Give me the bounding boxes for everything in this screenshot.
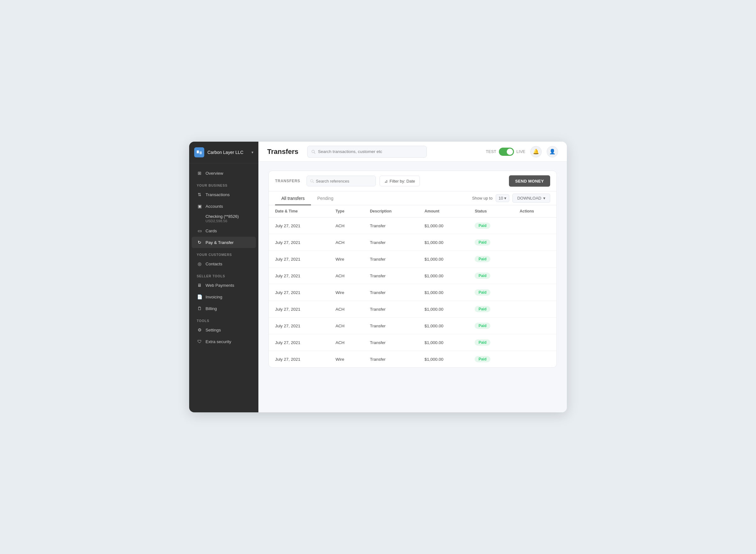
cell-description: Transfer: [363, 334, 418, 351]
cards-icon: ▭: [197, 228, 202, 233]
cell-actions[interactable]: [513, 301, 557, 318]
status-badge: Paid: [475, 323, 490, 329]
global-search-box[interactable]: [307, 146, 427, 158]
cell-actions[interactable]: [513, 351, 557, 368]
cell-date: July 27, 2021: [269, 351, 329, 368]
filter-icon: ⊿: [384, 179, 388, 183]
cell-type: Wire: [329, 251, 363, 268]
sidebar-item-transactions-label: Transactions: [206, 192, 230, 197]
company-name: Carbon Layer LLC: [208, 150, 251, 155]
invoicing-icon: 📄: [197, 294, 202, 300]
table-row: July 27, 2021 ACH Transfer $1,000.00 Pai…: [269, 218, 557, 234]
status-badge: Paid: [475, 339, 490, 346]
accounts-icon: ▣: [197, 203, 202, 209]
cell-status: Paid: [468, 318, 513, 334]
show-count-select[interactable]: 10 ▾: [496, 194, 509, 202]
tab-pending[interactable]: Pending: [311, 191, 340, 205]
sidebar-item-billing-label: Billing: [206, 306, 217, 311]
svg-line-5: [313, 182, 314, 182]
sidebar-item-web-payments[interactable]: 🖥 Web Payments: [192, 280, 256, 291]
tabs-row: All transfers Pending Show up to 10 ▾ DO…: [269, 191, 557, 205]
cell-type: Wire: [329, 284, 363, 301]
app-window: Carbon Layer LLC ▾ ⊞ Overview YOUR BUSIN…: [189, 142, 567, 412]
cell-actions[interactable]: [513, 318, 557, 334]
your-business-label: YOUR BUSINESS: [189, 179, 258, 188]
send-money-button[interactable]: SEND MONEY: [509, 175, 550, 187]
account-value: USD2,598.56: [206, 219, 251, 223]
cell-actions[interactable]: [513, 334, 557, 351]
transfers-section-label: TRANSFERS: [275, 179, 300, 183]
sidebar-item-web-payments-label: Web Payments: [206, 283, 234, 288]
col-actions: Actions: [513, 205, 557, 218]
cell-amount: $1,000.00: [418, 301, 469, 318]
col-date: Date & Time: [269, 205, 329, 218]
company-header[interactable]: Carbon Layer LLC ▾: [189, 142, 258, 163]
table-row: July 27, 2021 ACH Transfer $1,000.00 Pai…: [269, 318, 557, 334]
cell-date: July 27, 2021: [269, 234, 329, 251]
sidebar-item-settings[interactable]: ⚙ Settings: [192, 324, 256, 336]
sidebar-item-overview[interactable]: ⊞ Overview: [192, 167, 256, 179]
tab-all-transfers[interactable]: All transfers: [275, 191, 311, 205]
col-description: Description: [363, 205, 418, 218]
global-search-input[interactable]: [318, 149, 423, 154]
cell-description: Transfer: [363, 351, 418, 368]
sidebar-item-pay-transfer[interactable]: ↻ Pay & Transfer: [192, 237, 256, 248]
sidebar-item-transactions[interactable]: ⇅ Transactions: [192, 189, 256, 200]
notifications-button[interactable]: 🔔: [530, 146, 542, 157]
transfers-table: Date & Time Type Description Amount Stat…: [269, 205, 557, 367]
cell-actions[interactable]: [513, 284, 557, 301]
sidebar-item-invoicing[interactable]: 📄 Invoicing: [192, 291, 256, 302]
count-chevron-icon: ▾: [504, 196, 507, 201]
download-chevron-icon: ▾: [543, 196, 545, 201]
cell-amount: $1,000.00: [418, 284, 469, 301]
sidebar-item-billing[interactable]: 🗒 Billing: [192, 303, 256, 314]
reference-search-input[interactable]: [316, 179, 372, 183]
cell-status: Paid: [468, 268, 513, 284]
reference-search-box[interactable]: [306, 176, 376, 186]
cell-actions[interactable]: [513, 218, 557, 234]
cell-status: Paid: [468, 351, 513, 368]
cell-amount: $1,000.00: [418, 251, 469, 268]
main-content: Transfers TEST LIVE 🔔 👤: [258, 142, 567, 412]
user-avatar[interactable]: 👤: [547, 146, 558, 157]
cell-actions[interactable]: [513, 234, 557, 251]
table-row: July 27, 2021 ACH Transfer $1,000.00 Pai…: [269, 234, 557, 251]
shield-icon: 🛡: [197, 339, 202, 344]
search-icon: [311, 150, 315, 154]
filter-by-date-button[interactable]: ⊿ Filter by: Date: [380, 176, 420, 186]
sidebar-item-accounts[interactable]: ▣ Accounts: [192, 201, 256, 212]
status-badge: Paid: [475, 223, 490, 229]
download-button[interactable]: DOWNLOAD ▾: [512, 193, 550, 203]
status-badge: Paid: [475, 239, 490, 245]
cell-description: Transfer: [363, 318, 418, 334]
sidebar-item-invoicing-label: Invoicing: [206, 295, 222, 299]
sidebar-item-extra-security[interactable]: 🛡 Extra security: [192, 336, 256, 347]
topbar: Transfers TEST LIVE 🔔 👤: [258, 142, 567, 162]
cell-actions[interactable]: [513, 251, 557, 268]
cell-date: July 27, 2021: [269, 318, 329, 334]
sidebar-item-overview-label: Overview: [206, 171, 223, 176]
status-badge: Paid: [475, 306, 490, 312]
sidebar-item-contacts[interactable]: ◎ Contacts: [192, 258, 256, 269]
sidebar-nav: ⊞ Overview YOUR BUSINESS ⇅ Transactions …: [189, 163, 258, 406]
table-row: July 27, 2021 Wire Transfer $1,000.00 Pa…: [269, 251, 557, 268]
sidebar-sub-checking[interactable]: Checking (**8526) USD2,598.56: [192, 212, 256, 225]
test-live-toggle[interactable]: TEST LIVE: [486, 148, 525, 156]
toggle-switch[interactable]: [499, 148, 514, 156]
sidebar-item-pay-transfer-label: Pay & Transfer: [206, 240, 234, 245]
status-badge: Paid: [475, 256, 490, 262]
tabs-right-controls: Show up to 10 ▾ DOWNLOAD ▾: [472, 193, 550, 203]
billing-icon: 🗒: [197, 306, 202, 311]
table-row: July 27, 2021 ACH Transfer $1,000.00 Pai…: [269, 334, 557, 351]
table-row: July 27, 2021 ACH Transfer $1,000.00 Pai…: [269, 268, 557, 284]
cell-status: Paid: [468, 218, 513, 234]
cell-actions[interactable]: [513, 268, 557, 284]
content-area: TRANSFERS ⊿ Filter by: Date SEND MONEY: [258, 162, 567, 412]
page-title: Transfers: [267, 148, 298, 156]
svg-rect-1: [199, 151, 202, 154]
sidebar-item-cards[interactable]: ▭ Cards: [192, 225, 256, 236]
settings-icon: ⚙: [197, 327, 202, 333]
cell-date: July 27, 2021: [269, 268, 329, 284]
svg-rect-0: [197, 151, 199, 153]
tools-label: TOOLS: [189, 315, 258, 324]
